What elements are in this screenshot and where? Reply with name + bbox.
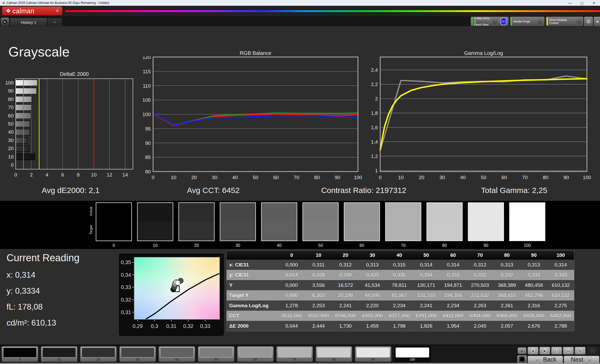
svg-text:95: 95	[145, 126, 151, 132]
patch-swatch	[396, 348, 429, 357]
table-row-label: x: CIE31	[227, 260, 278, 270]
display-status-accent	[547, 18, 548, 25]
next-button[interactable]: Next »	[564, 356, 599, 363]
close-button[interactable]: ✕	[588, 0, 600, 6]
patch-label: 0	[2, 358, 38, 361]
summary-stats: Avg dE2000: 2,1 Avg CCT: 6452 Contrast R…	[0, 183, 586, 198]
svg-text:12: 12	[107, 172, 112, 178]
table-cell: 2,220	[359, 300, 386, 311]
swatch-level-label: 80	[427, 243, 463, 248]
taskbar-patch-70[interactable]: 70	[276, 346, 313, 362]
gamma-chart: Gamma Log/Log 11,21,41,61,822,22,4010203…	[368, 50, 591, 181]
gear-icon: ⚙	[586, 19, 591, 25]
deltae-chart: DeltaE 2000 0246810121410090807060504030…	[5, 71, 136, 179]
target-patch	[427, 222, 462, 241]
taskbar-patch-10[interactable]: 10	[41, 346, 77, 362]
swatch-level-label: 100	[509, 243, 545, 248]
read-series-button[interactable]: [··]	[551, 347, 562, 355]
target-patch	[344, 222, 379, 241]
table-column-header: 100	[547, 251, 574, 260]
workflow-nav: « Back Next »	[528, 356, 599, 363]
taskbar-patch-100[interactable]: 100	[394, 346, 431, 362]
refresh-button[interactable]: ↻	[575, 347, 586, 355]
table-cell: 271,632	[467, 290, 494, 300]
patch-swatch	[82, 348, 115, 357]
table-row-label: Target Y	[227, 290, 278, 300]
patch-swatch	[317, 348, 351, 357]
taskbar-patch-20[interactable]: 20	[80, 346, 117, 362]
add-tab-button[interactable]: +	[47, 18, 62, 26]
target-patch	[262, 222, 297, 241]
table-cell: 0,314	[547, 260, 574, 270]
meter-dropdown[interactable]: X-Rite i1Pro 3 Direct View ▼ 613	[470, 16, 509, 26]
meter-status-indicator	[586, 347, 599, 355]
taskbar-patch-30[interactable]: 30	[119, 346, 156, 362]
svg-text:80: 80	[543, 175, 548, 180]
refresh-icon: ↻	[579, 349, 582, 353]
back-button[interactable]: « Back	[528, 356, 563, 363]
table-row-label: y: CIE31	[227, 270, 278, 280]
swatch-level-label: 30	[220, 243, 256, 248]
swatch-level-label: 20	[178, 243, 215, 248]
taskbar-patch-40[interactable]: 40	[159, 346, 195, 362]
table-row-label: ΔE 2000	[227, 321, 278, 331]
table-cell: 0,333	[359, 270, 386, 280]
grayscale-swatch-70: 70	[385, 202, 421, 248]
read-continuous-button[interactable]: ∞	[563, 347, 574, 355]
table-cell: 2,241	[332, 300, 359, 311]
taskbar-patch-0[interactable]: 0	[2, 346, 38, 362]
svg-text:10: 10	[398, 175, 403, 180]
table-cell: 0,332	[467, 270, 494, 280]
triangle-up-icon: ▲	[521, 349, 524, 352]
table-cell: 2,261	[494, 300, 520, 311]
chevron-left-icon: ◀	[596, 20, 598, 23]
swatch-level-label: 60	[344, 243, 380, 248]
actual-patch	[262, 203, 297, 222]
grayscale-swatch-60: 60	[344, 202, 380, 248]
swatch-level-label: 50	[302, 243, 339, 248]
grayscale-swatch-strip: Actual Target 0102030405060708090100	[0, 201, 600, 249]
settings-button[interactable]: ⚙	[584, 16, 593, 26]
taskbar-patch-80[interactable]: 80	[316, 346, 352, 362]
svg-text:10: 10	[91, 172, 97, 178]
current-reading-panel: Current Reading x: 0,314 y: 0,3334 fL: 1…	[7, 252, 80, 334]
svg-text:0,29: 0,29	[132, 323, 143, 329]
table-column-header: 60	[440, 251, 467, 260]
play-button[interactable]: ▶	[539, 347, 550, 355]
swatch-level-label: 0	[96, 243, 132, 248]
actual-patch	[427, 203, 462, 222]
display-control-dropdown[interactable]: Direct Display Control ▼	[546, 16, 584, 26]
tab-bar: ▶ History 1 + X-Rite i1Pro 3 Direct View…	[0, 16, 600, 26]
svg-text:60: 60	[501, 175, 507, 180]
table-cell: 0,333	[440, 270, 467, 280]
table-cell: 1,826	[413, 321, 440, 331]
stat-avg-de2000: Avg dE2000: 2,1	[0, 186, 141, 195]
svg-text:0: 0	[11, 162, 14, 168]
table-cell: 0,314	[440, 260, 467, 270]
taskbar-patch-90[interactable]: 90	[355, 346, 391, 362]
bottom-taskbar: 0102030405060708090100 ▲ ■ ▶ [··] ∞ ↻ « …	[0, 345, 600, 364]
patch-window-up-button[interactable]: ▲	[518, 347, 526, 354]
minimize-button[interactable]: —	[564, 0, 576, 6]
actual-patch	[179, 203, 214, 222]
svg-text:90: 90	[335, 175, 340, 180]
svg-text:50: 50	[8, 121, 14, 127]
meter-name: X-Rite i1Pro 3	[474, 17, 490, 23]
history-nav-button[interactable]: ▶	[1, 18, 9, 26]
swatch-level-label: 70	[385, 243, 421, 248]
chevron-down-icon[interactable]: ▼	[54, 8, 60, 14]
tab-history-1[interactable]: History 1	[10, 18, 47, 26]
taskbar-patch-60[interactable]: 60	[237, 346, 274, 362]
maximize-button[interactable]: ▢	[576, 0, 588, 6]
workflow-dropdown[interactable]: Mobile Forge ▼	[510, 16, 545, 26]
meter-count-badge[interactable]: 613	[500, 18, 507, 25]
collapse-panel-button[interactable]: ◀	[593, 16, 600, 26]
taskbar-patch-50[interactable]: 50	[198, 346, 234, 362]
patch-window-button[interactable]	[517, 355, 527, 363]
stop-button[interactable]: ■	[528, 347, 539, 355]
table-cell: 78,811	[386, 280, 413, 290]
table-cell: 0,332	[494, 270, 520, 280]
svg-text:2: 2	[375, 96, 378, 101]
title-bar: ❖ Calman 2025 Calman Ultimate for Busine…	[0, 0, 600, 6]
calman-menu-button[interactable]: ❖ calman ▼	[2, 7, 62, 15]
